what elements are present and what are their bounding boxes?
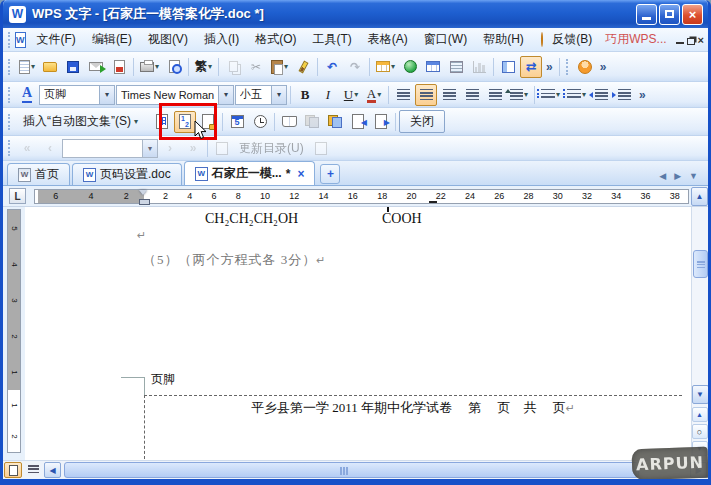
menu-view[interactable]: 视图(V): [141, 28, 195, 51]
horizontal-scrollbar[interactable]: [63, 462, 688, 478]
insert-page-number-button[interactable]: [151, 111, 173, 133]
doc-minimize-button[interactable]: [676, 32, 684, 47]
chevron-down-icon[interactable]: ▾: [271, 86, 286, 104]
document-page[interactable]: CH₂CH₂CH₂OH COOH ↵ （5）（两个方程式各 3分）↵ 页脚 平乡…: [25, 207, 691, 460]
chevron-down-icon[interactable]: ▾: [142, 140, 157, 157]
chevron-down-icon[interactable]: ▾: [99, 86, 114, 104]
document-map-button[interactable]: [497, 56, 519, 78]
font-combobox[interactable]: Times New Roman ▾: [116, 85, 234, 105]
toolbar-grip[interactable]: [566, 59, 570, 75]
doc-close-button[interactable]: ×: [698, 32, 704, 47]
insert-time-button[interactable]: [249, 111, 271, 133]
italic-button[interactable]: I: [317, 84, 339, 106]
paste-button[interactable]: ▾: [268, 56, 291, 78]
justify-button[interactable]: [461, 84, 483, 106]
insert-table-button[interactable]: ▾: [373, 56, 398, 78]
menu-file[interactable]: 文件(F): [30, 28, 83, 51]
format-painter-button[interactable]: [292, 56, 314, 78]
hyperlink-button[interactable]: [399, 56, 421, 78]
indent-marker[interactable]: [139, 190, 148, 205]
menu-insert[interactable]: 插入(I): [197, 28, 246, 51]
decrease-indent-button[interactable]: [590, 84, 612, 106]
new-tab-button[interactable]: +: [320, 164, 340, 184]
menu-table[interactable]: 表格(A): [361, 28, 415, 51]
vertical-ruler[interactable]: 5 4 3 2 1 1 2: [3, 207, 25, 460]
new-document-button[interactable]: ▾: [16, 56, 38, 78]
increase-indent-button[interactable]: [613, 84, 635, 106]
export-pdf-button[interactable]: [108, 56, 130, 78]
wrap-toggle-button[interactable]: ⇄: [520, 56, 542, 78]
save-button[interactable]: [62, 56, 84, 78]
tab-list-icon[interactable]: ▼: [689, 171, 698, 181]
styles-button[interactable]: A: [16, 84, 38, 106]
switch-header-footer-button[interactable]: [324, 111, 346, 133]
toolbar-overflow-button[interactable]: »: [636, 88, 649, 102]
browse-previous-button[interactable]: ▲: [692, 407, 708, 422]
menu-tools[interactable]: 工具(T): [306, 28, 359, 51]
undo-button[interactable]: ↶: [321, 56, 343, 78]
chevron-down-icon[interactable]: ▾: [218, 86, 233, 104]
page-setup-button[interactable]: [278, 111, 300, 133]
insert-autotext-button[interactable]: 插入“自动图文集”(S) ▾: [16, 111, 150, 133]
numbered-list-button[interactable]: ▾: [538, 84, 563, 106]
font-color-button[interactable]: A▾: [363, 84, 385, 106]
toolbar-grip[interactable]: [8, 59, 12, 75]
tab-stop-marker[interactable]: [429, 201, 437, 203]
menu-window[interactable]: 窗口(W): [417, 28, 474, 51]
columns-button[interactable]: [445, 56, 467, 78]
toolbar-grip[interactable]: [8, 140, 12, 156]
insert-date-button[interactable]: 5: [226, 111, 248, 133]
print-preview-button[interactable]: [163, 56, 185, 78]
menu-feedback[interactable]: 反馈(B): [545, 28, 599, 51]
distribute-button[interactable]: [484, 84, 506, 106]
vertical-scrollbar[interactable]: ▼ ▲ ○ ▼: [691, 207, 708, 460]
bold-button[interactable]: B: [294, 84, 316, 106]
toolbar-grip[interactable]: [8, 87, 12, 103]
align-right-button[interactable]: [438, 84, 460, 106]
bullet-list-button[interactable]: ▾: [564, 84, 589, 106]
feedback-toolbar-button[interactable]: [574, 56, 596, 78]
maximize-button[interactable]: [659, 4, 680, 25]
menu-help[interactable]: 帮助(H): [476, 28, 531, 51]
outline-view-button[interactable]: [24, 462, 42, 478]
scroll-up-button[interactable]: ▲: [691, 187, 708, 206]
select-browse-object-button[interactable]: ○: [692, 424, 708, 439]
format-page-number-button[interactable]: [197, 111, 219, 133]
outline-level-combobox[interactable]: ▾: [62, 139, 158, 158]
scroll-left-button[interactable]: ◀: [44, 462, 61, 478]
tab-scroll-left-icon[interactable]: ◀: [659, 171, 666, 181]
print-button[interactable]: ▾: [137, 56, 162, 78]
tab-shijiazhuang-doc[interactable]: W 石家庄一模... * ×: [184, 161, 316, 185]
toolbar-overflow-button[interactable]: »: [543, 60, 556, 74]
tc-convert-button[interactable]: 繁▾: [192, 56, 215, 78]
align-center-button[interactable]: [415, 84, 437, 106]
underline-button[interactable]: U▾: [340, 84, 362, 106]
scroll-down-button[interactable]: ▼: [692, 385, 709, 404]
show-next-button[interactable]: ▶: [370, 111, 392, 133]
tab-stop-selector[interactable]: L: [9, 188, 26, 204]
page-view-button[interactable]: [4, 462, 22, 478]
menu-format[interactable]: 格式(O): [248, 28, 303, 51]
menu-edit[interactable]: 编辑(E): [85, 28, 139, 51]
horizontal-ruler[interactable]: 6 4 2 2 4 6 8 10 12 14 16 18 20 22 24 26…: [34, 189, 689, 204]
minimize-button[interactable]: [636, 4, 657, 25]
horizontal-scrollbar-thumb[interactable]: [64, 462, 639, 478]
align-left-button[interactable]: [392, 84, 414, 106]
table-button[interactable]: [422, 56, 444, 78]
footer-text[interactable]: 平乡县第一学 2011 年期中化学试卷 第 页 共 页↵: [144, 399, 682, 417]
open-button[interactable]: [39, 56, 61, 78]
style-combobox[interactable]: 页脚 ▾: [39, 85, 115, 105]
vertical-scrollbar-thumb[interactable]: [693, 250, 708, 278]
font-size-combobox[interactable]: 小五 ▾: [235, 85, 287, 105]
tab-pagesetup-doc[interactable]: W 页码设置.doc: [72, 163, 182, 185]
tab-scroll-right-icon[interactable]: ▶: [674, 171, 681, 181]
toolbar-grip[interactable]: [8, 114, 12, 130]
insert-page-count-button[interactable]: 12: [174, 111, 196, 133]
email-button[interactable]: [85, 56, 107, 78]
tab-home[interactable]: W 首页: [7, 163, 70, 185]
tab-close-icon[interactable]: ×: [297, 167, 304, 181]
close-header-footer-button[interactable]: 关闭: [399, 110, 445, 133]
doc-restore-button[interactable]: [687, 32, 695, 47]
close-button[interactable]: ×: [682, 4, 703, 25]
toolbar-overflow-button[interactable]: »: [597, 60, 610, 74]
